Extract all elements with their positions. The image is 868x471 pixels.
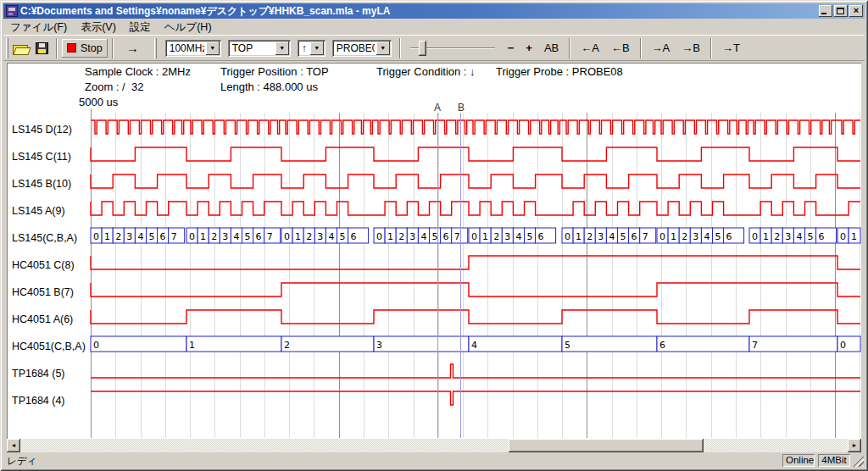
- floppy-icon: [36, 42, 48, 54]
- svg-text:4: 4: [137, 231, 143, 242]
- maximize-icon: [837, 8, 844, 14]
- dropdown-icon[interactable]: ▼: [310, 42, 324, 55]
- close-icon: ×: [849, 5, 863, 17]
- toolbar: Stop → 100MHz ▼ TOP ▼ ↑ ▼ PROBE00 ▼ − + …: [3, 35, 865, 61]
- goto-cursor-a-button[interactable]: ←A: [576, 40, 604, 56]
- svg-text:5: 5: [565, 340, 570, 351]
- svg-text:6: 6: [632, 231, 637, 242]
- run-button[interactable]: →: [118, 38, 147, 58]
- svg-text:0: 0: [93, 231, 99, 242]
- svg-text:6: 6: [443, 231, 449, 242]
- svg-text:0: 0: [752, 231, 758, 242]
- menu-item-3[interactable]: ヘルプ(H): [158, 19, 219, 36]
- zoom-in-button[interactable]: +: [521, 40, 537, 56]
- waveform-view[interactable]: 0123456701234567012345601234567012345601…: [7, 63, 861, 439]
- svg-text:1: 1: [670, 231, 676, 242]
- scroll-left-button[interactable]: ◄: [7, 439, 20, 452]
- resize-grip[interactable]: [853, 456, 864, 467]
- stop-label: Stop: [81, 42, 103, 54]
- close-button[interactable]: ×: [849, 5, 863, 17]
- toolbar-separator: [399, 38, 401, 58]
- svg-text:1: 1: [200, 231, 206, 242]
- trigger-probe-combo[interactable]: PROBE00 ▼: [332, 40, 392, 57]
- svg-text:2: 2: [306, 231, 312, 242]
- trigger-position-combo[interactable]: TOP ▼: [228, 40, 291, 57]
- svg-text:2: 2: [682, 231, 687, 242]
- toolbar-grip[interactable]: [154, 38, 157, 58]
- trigger-probe-value: PROBE00: [337, 42, 375, 54]
- save-button[interactable]: [32, 38, 52, 58]
- title-bar[interactable]: C:¥Documents and Settings¥noname¥デスクトップ¥…: [3, 3, 865, 19]
- stop-icon: [67, 43, 76, 53]
- svg-text:2: 2: [284, 340, 290, 351]
- svg-text:5: 5: [149, 231, 155, 242]
- svg-text:5: 5: [620, 231, 626, 242]
- minimize-button[interactable]: [819, 5, 832, 17]
- set-cursor-a-button[interactable]: →A: [648, 40, 675, 56]
- menu-item-2[interactable]: 設定: [123, 19, 158, 36]
- zoom-out-button[interactable]: −: [504, 40, 519, 56]
- svg-text:3: 3: [785, 231, 791, 242]
- svg-text:4: 4: [796, 231, 802, 242]
- status-ready-text: レディ: [7, 455, 36, 468]
- svg-text:6: 6: [160, 231, 166, 242]
- svg-text:4: 4: [420, 231, 426, 242]
- maximize-button[interactable]: [834, 5, 848, 17]
- svg-text:1: 1: [104, 231, 110, 242]
- open-button[interactable]: [8, 38, 32, 58]
- menu-item-0[interactable]: ファイル(F): [3, 19, 74, 36]
- app-window: C:¥Documents and Settings¥noname¥デスクトップ¥…: [0, 0, 868, 471]
- svg-text:6: 6: [726, 231, 732, 242]
- trigger-edge-combo[interactable]: ↑ ▼: [298, 40, 326, 57]
- svg-text:7: 7: [171, 231, 177, 242]
- horizontal-scrollbar[interactable]: ◄ ►: [7, 439, 861, 452]
- svg-text:1: 1: [763, 231, 769, 242]
- svg-text:1: 1: [295, 231, 301, 242]
- svg-text:5: 5: [432, 231, 438, 242]
- svg-text:0: 0: [471, 231, 477, 242]
- svg-text:2: 2: [211, 231, 217, 242]
- sample-clock-combo[interactable]: 100MHz ▼: [165, 40, 221, 57]
- svg-text:4: 4: [328, 231, 334, 242]
- cursor-lines[interactable]: [437, 113, 461, 438]
- zoom-slider-thumb[interactable]: [419, 41, 426, 56]
- menu-item-1[interactable]: 表示(V): [74, 19, 123, 36]
- trigger-edge-value: ↑: [302, 42, 309, 54]
- svg-text:3: 3: [376, 340, 382, 351]
- svg-text:3: 3: [317, 231, 323, 242]
- window-title: C:¥Documents and Settings¥noname¥デスクトップ¥…: [20, 4, 817, 19]
- svg-text:2: 2: [398, 231, 404, 242]
- goto-cursor-b-button[interactable]: ←B: [607, 40, 634, 56]
- svg-text:2: 2: [115, 231, 121, 242]
- dropdown-icon[interactable]: ▼: [206, 42, 220, 55]
- zoom-ab-button[interactable]: AB: [540, 40, 563, 56]
- toolbar-separator: [640, 38, 642, 58]
- svg-text:6: 6: [538, 231, 544, 242]
- menu-bar: ファイル(F)表示(V)設定ヘルプ(H): [3, 19, 865, 35]
- svg-text:0: 0: [284, 231, 290, 242]
- sample-clock-value: 100MHz: [170, 42, 204, 54]
- scrollbar-thumb[interactable]: [509, 439, 704, 452]
- svg-text:3: 3: [409, 231, 415, 242]
- zoom-slider[interactable]: [410, 39, 495, 58]
- svg-text:0: 0: [189, 231, 195, 242]
- svg-text:6: 6: [819, 231, 825, 242]
- svg-text:3: 3: [504, 231, 510, 242]
- svg-text:2: 2: [493, 231, 499, 242]
- toolbar-separator: [569, 38, 570, 58]
- svg-text:3: 3: [598, 231, 604, 242]
- dropdown-icon[interactable]: ▼: [376, 42, 390, 55]
- grid-layer: [92, 108, 860, 438]
- bus-cells: 0123456701234567012345601234567012345601…: [91, 228, 860, 352]
- dropdown-icon[interactable]: ▼: [275, 42, 289, 55]
- svg-text:4: 4: [233, 231, 239, 242]
- run-arrow-icon: →: [126, 41, 139, 55]
- stop-button[interactable]: Stop: [62, 39, 108, 58]
- svg-text:1: 1: [387, 231, 393, 242]
- minimize-icon: [821, 13, 826, 14]
- svg-text:1: 1: [189, 340, 195, 351]
- goto-trigger-button[interactable]: →T: [718, 40, 744, 56]
- scroll-right-button[interactable]: ►: [848, 439, 861, 452]
- set-cursor-b-button[interactable]: →B: [677, 40, 704, 56]
- svg-text:5: 5: [340, 231, 346, 242]
